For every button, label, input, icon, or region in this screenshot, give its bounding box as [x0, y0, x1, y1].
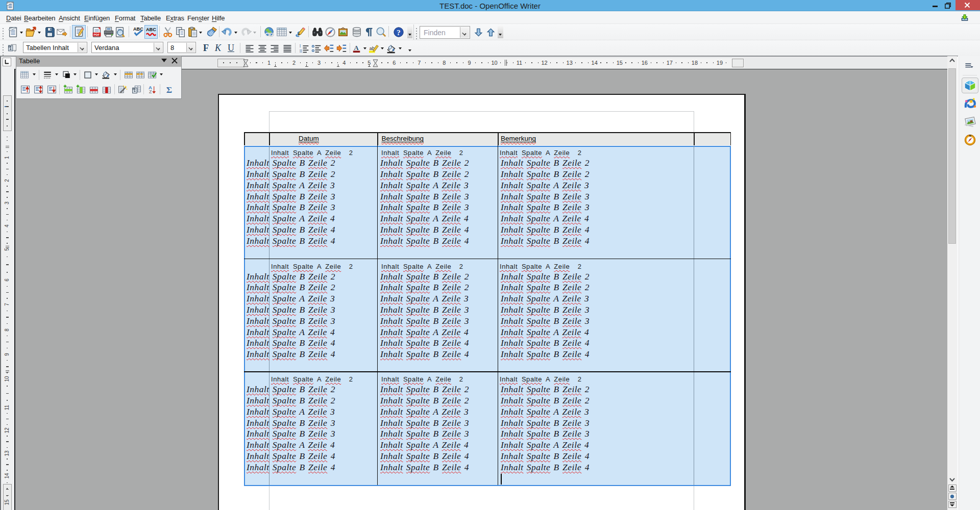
svg-text:PDF: PDF — [94, 33, 100, 36]
svg-text:ABC: ABC — [146, 27, 156, 32]
svg-text:Z: Z — [149, 89, 152, 94]
svg-text:A: A — [354, 44, 359, 52]
svg-text:I: I — [300, 44, 301, 48]
svg-text:Σ: Σ — [166, 85, 172, 94]
svg-text:N: N — [969, 134, 971, 137]
svg-text:?: ? — [397, 28, 401, 37]
svg-text:II: II — [300, 49, 302, 54]
